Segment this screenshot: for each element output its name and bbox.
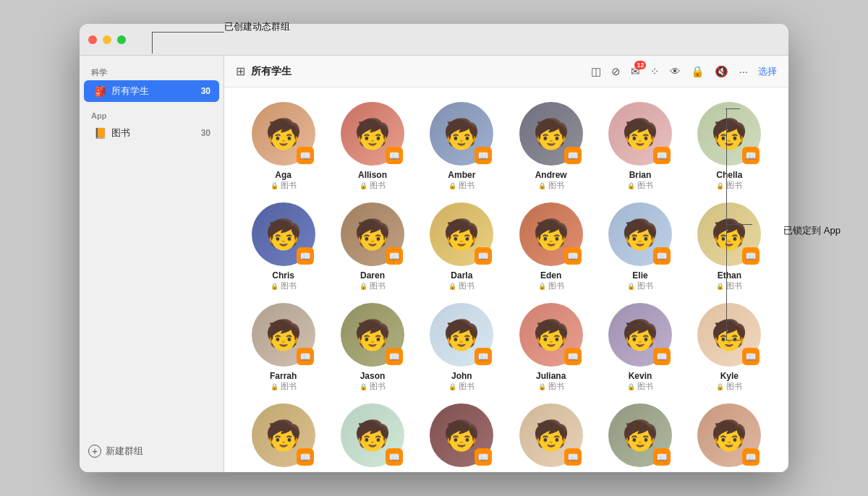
lock-icon: 🔒 <box>448 383 456 390</box>
student-name: Nisha <box>450 471 474 472</box>
eye-icon[interactable]: 👁 <box>670 65 681 77</box>
student-card-darla[interactable]: 🧒📖Darla🔒图书 <box>420 202 503 291</box>
student-card-raffi[interactable]: 🧒📖Raffi🔒图书 <box>509 403 592 472</box>
avatar-container: 🧒📖 <box>252 102 315 166</box>
student-app: 🔒图书 <box>448 180 475 191</box>
student-card-john[interactable]: 🧒📖John🔒图书 <box>420 303 503 392</box>
app-name: 图书 <box>281 381 297 392</box>
sidebar-section-science: 科学 <box>80 64 224 80</box>
student-app: 🔒图书 <box>359 281 386 291</box>
mail-badge: 12 <box>634 61 646 69</box>
student-card-chella[interactable]: 🧒📖Chella🔒图书 <box>688 102 771 191</box>
student-card-allison[interactable]: 🧒📖Allison🔒图书 <box>331 102 414 191</box>
callout-right: 已锁定到 App <box>783 224 841 237</box>
student-card-elie[interactable]: 🧒📖Elie🔒图书 <box>598 202 681 291</box>
lock-icon: 🔒 <box>716 383 724 390</box>
student-app: 🔒图书 <box>448 381 475 392</box>
close-button[interactable] <box>88 35 97 44</box>
sidebar-item-label-all-students: 所有学生 <box>111 85 201 98</box>
header-title: 所有学生 <box>251 65 292 78</box>
app-name: 图书 <box>637 180 653 191</box>
header-title-area: ⊞ 所有学生 <box>236 64 585 78</box>
sidebar-item-books[interactable]: 📙 图书 30 <box>84 122 219 144</box>
student-card-brian[interactable]: 🧒📖Brian🔒图书 <box>598 102 681 191</box>
book-badge: 📖 <box>653 348 671 365</box>
student-name: Elie <box>632 270 647 281</box>
student-app: 🔒图书 <box>359 381 386 392</box>
new-group-button[interactable]: + 新建群组 <box>80 439 224 463</box>
student-card-aga[interactable]: 🧒📖Aga🔒图书 <box>242 102 325 191</box>
student-card-eden[interactable]: 🧒📖Eden🔒图书 <box>509 202 592 291</box>
app-name: 图书 <box>459 180 475 191</box>
student-card-kyle[interactable]: 🧒📖Kyle🔒图书 <box>688 303 771 392</box>
student-card-chris[interactable]: 🧒📖Chris🔒图书 <box>242 202 325 291</box>
student-card-juliana[interactable]: 🧒📖Juliana🔒图书 <box>509 303 592 392</box>
add-icon: + <box>88 445 101 458</box>
app-name: 图书 <box>726 381 742 392</box>
student-card-andrew[interactable]: 🧒📖Andrew🔒图书 <box>509 102 592 191</box>
app-name: 图书 <box>281 281 297 291</box>
student-name: Chella <box>716 170 742 180</box>
minimize-button[interactable] <box>103 35 111 44</box>
student-app: 🔒图书 <box>271 281 297 291</box>
student-card-farrah[interactable]: 🧒📖Farrah🔒图书 <box>242 303 325 392</box>
group-icon[interactable]: ⁘ <box>650 65 660 78</box>
student-card-kevin[interactable]: 🧒📖Kevin🔒图书 <box>598 303 681 392</box>
main-area: 科学 🎒 所有学生 30 App 📙 图书 30 + 新建群组 <box>80 56 788 472</box>
app-name: 图书 <box>726 180 742 191</box>
student-name: Daren <box>360 270 385 281</box>
student-card-nisha[interactable]: 🧒📖Nisha🔒图书 <box>420 403 503 472</box>
lock-icon: 🔒 <box>359 383 367 390</box>
student-name: Nerio <box>362 471 384 472</box>
student-app: 🔒图书 <box>627 381 653 392</box>
lock-icon: 🔒 <box>627 383 635 390</box>
avatar-container: 🧒📖 <box>608 102 672 166</box>
app-name: 图书 <box>370 180 386 191</box>
student-card-matt[interactable]: 🧒📖Matt🔒图书 <box>242 403 325 472</box>
app-name: 图书 <box>459 381 475 392</box>
block-icon[interactable]: ⊘ <box>611 65 621 78</box>
student-card-tammy[interactable]: 🧒📖Tammy🔒图书 <box>688 403 771 472</box>
app-name: 图书 <box>726 281 742 291</box>
app-name: 图书 <box>548 281 564 291</box>
lock-screen-icon[interactable]: 🔒 <box>691 65 705 78</box>
student-name: Aga <box>275 170 292 180</box>
book-badge: 📖 <box>653 448 671 466</box>
book-badge: 📖 <box>742 247 760 265</box>
app-name: 图书 <box>370 281 386 291</box>
student-card-sarah[interactable]: 🧒📖Sarah🔒图书 <box>598 403 681 472</box>
student-name: Brian <box>629 170 652 180</box>
mail-icon[interactable]: ✉12 <box>631 65 640 78</box>
header-grid-icon: ⊞ <box>236 64 245 78</box>
student-card-daren[interactable]: 🧒📖Daren🔒图书 <box>331 202 414 291</box>
fullscreen-button[interactable] <box>117 35 126 44</box>
book-badge: 📖 <box>653 147 671 164</box>
student-app: 🔒图书 <box>271 180 297 191</box>
sidebar-item-all-students[interactable]: 🎒 所有学生 30 <box>84 80 219 102</box>
callout-right-line-h <box>726 224 752 225</box>
avatar-container: 🧒📖 <box>430 102 493 166</box>
student-card-amber[interactable]: 🧒📖Amber🔒图书 <box>420 102 503 191</box>
avatar-container: 🧒📖 <box>519 403 583 467</box>
app-name: 图书 <box>548 180 564 191</box>
lock-icon: 🔒 <box>359 283 367 290</box>
mute-icon[interactable]: 🔇 <box>715 65 728 78</box>
student-name: Kevin <box>629 371 652 381</box>
more-icon[interactable]: ··· <box>739 65 748 77</box>
student-card-ethan[interactable]: 🧒📖Ethan🔒图书 <box>688 202 771 291</box>
avatar-container: 🧒📖 <box>252 303 315 367</box>
avatar-container: 🧒📖 <box>252 403 315 467</box>
student-app: 🔒图书 <box>538 180 564 191</box>
student-card-nerio[interactable]: 🧒📖Nerio🔒图书 <box>331 403 414 472</box>
select-button[interactable]: 选择 <box>758 65 777 78</box>
book-badge: 📖 <box>564 348 582 365</box>
lock-icon: 🔒 <box>627 283 635 290</box>
book-badge: 📖 <box>475 448 492 466</box>
layers-icon[interactable]: ◫ <box>591 65 601 78</box>
student-app: 🔒图书 <box>627 180 653 191</box>
book-badge: 📖 <box>742 147 760 164</box>
students-grid: 🧒📖Aga🔒图书🧒📖Allison🔒图书🧒📖Amber🔒图书🧒📖Andrew🔒图… <box>224 87 788 472</box>
sidebar: 科学 🎒 所有学生 30 App 📙 图书 30 + 新建群组 <box>80 56 224 472</box>
student-name: Sarah <box>628 471 652 472</box>
student-card-jason[interactable]: 🧒📖Jason🔒图书 <box>331 303 414 392</box>
